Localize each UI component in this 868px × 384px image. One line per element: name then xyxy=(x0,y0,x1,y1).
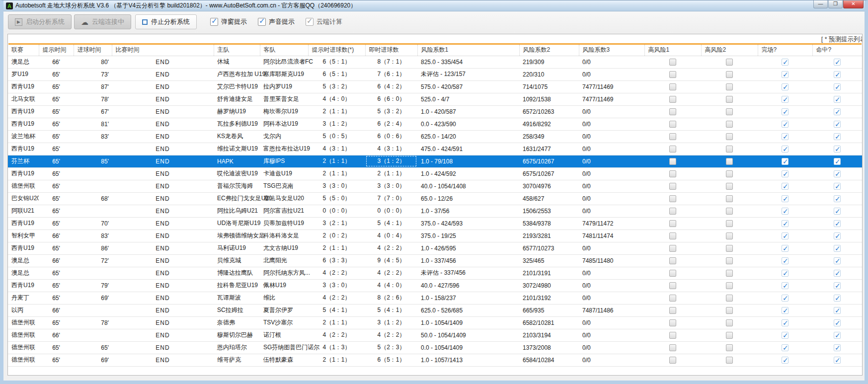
table-row[interactable]: 丹麦丁65'69'END瓦谭斯波维比4（2：2）8（2：6）1.0 - 158/… xyxy=(8,292,862,304)
finished-checkbox[interactable]: ✓ xyxy=(782,108,789,115)
table-row[interactable]: 澳足总66'80'END休城阿尔比昂流浪者FC6（5：1）8（7：1）825.0… xyxy=(8,56,862,68)
finished-checkbox[interactable]: ✓ xyxy=(782,220,789,227)
col-header-high_risk1[interactable]: 高风险1 xyxy=(644,45,701,56)
high-risk2-checkbox[interactable] xyxy=(726,270,733,277)
hit-checkbox[interactable]: ✓ xyxy=(834,295,841,302)
title-bar[interactable]: A Autobetsoft 走地大球分析系统 V3.6 （基于V4云分析引擎 b… xyxy=(3,0,865,11)
table-row[interactable]: 澳足总66'72'END贝维克城北鹰阳光6（3：3）9（4：5）1.0 - 33… xyxy=(8,254,862,267)
col-header-match_time[interactable]: 比赛时间 xyxy=(112,45,214,56)
table-row[interactable]: 以丙66'ENDSC拉姆拉夏普尔伊罗5（4：1）5（4：1）625.0 - 52… xyxy=(8,304,862,316)
hit-checkbox[interactable]: ✓ xyxy=(834,96,841,103)
high-risk2-checkbox[interactable] xyxy=(726,245,733,252)
high-risk2-checkbox[interactable] xyxy=(726,59,733,66)
high-risk1-checkbox[interactable] xyxy=(669,319,676,326)
high-risk2-checkbox[interactable] xyxy=(726,146,733,153)
hit-checkbox[interactable]: ✓ xyxy=(834,245,841,252)
col-header-risk2[interactable]: 风险系数2 xyxy=(519,45,579,56)
finished-checkbox[interactable]: ✓ xyxy=(782,133,789,140)
high-risk2-checkbox[interactable] xyxy=(726,282,733,289)
high-risk2-checkbox[interactable] xyxy=(726,170,733,177)
high-risk2-checkbox[interactable] xyxy=(726,83,733,90)
hit-checkbox[interactable]: ✓ xyxy=(834,146,841,153)
high-risk1-checkbox[interactable] xyxy=(669,83,676,90)
col-header-hit[interactable]: 命中? xyxy=(812,45,862,56)
hit-checkbox[interactable]: ✓ xyxy=(834,357,841,364)
hit-checkbox[interactable]: ✓ xyxy=(834,270,841,277)
high-risk1-checkbox[interactable] xyxy=(669,232,676,239)
high-risk1-checkbox[interactable] xyxy=(669,270,676,277)
high-risk2-checkbox[interactable] xyxy=(726,208,733,215)
high-risk1-checkbox[interactable] xyxy=(669,59,676,66)
high-risk2-checkbox[interactable] xyxy=(726,357,733,364)
finished-checkbox[interactable]: ✓ xyxy=(782,270,789,277)
col-header-finished[interactable]: 完场? xyxy=(758,45,812,56)
finished-checkbox[interactable]: ✓ xyxy=(782,208,789,215)
hit-checkbox[interactable]: ✓ xyxy=(834,133,841,140)
hit-checkbox[interactable]: ✓ xyxy=(834,332,841,339)
table-row[interactable]: 德堡州联65'78'END奈德弗TSV沙塞尔2（1：1）3（1：2）1.0 - … xyxy=(8,316,862,329)
close-button[interactable]: ✕ xyxy=(843,0,864,8)
high-risk2-checkbox[interactable] xyxy=(726,220,733,227)
hit-checkbox[interactable]: ✓ xyxy=(834,232,841,239)
stop-analysis-button[interactable]: 停止分析系统 xyxy=(135,14,197,29)
col-header-league[interactable]: 联赛 xyxy=(8,45,39,56)
high-risk1-checkbox[interactable] xyxy=(669,158,676,165)
col-header-home[interactable]: 主队 xyxy=(214,45,260,56)
high-risk1-checkbox[interactable] xyxy=(669,344,676,351)
high-risk1-checkbox[interactable] xyxy=(669,208,676,215)
table-row[interactable]: 德堡州联66'END穆斯切尔巴赫诺汀根4（2：2）4（2：2）50.0 - 10… xyxy=(8,329,862,341)
high-risk1-checkbox[interactable] xyxy=(669,307,676,314)
table-row[interactable]: 德堡州联65'END普福尔茨海姆TSG巴克南3（3：0）3（3：0）40.0 -… xyxy=(8,180,862,192)
hit-checkbox[interactable]: ✓ xyxy=(834,257,841,264)
finished-checkbox[interactable]: ✓ xyxy=(782,344,789,351)
hit-checkbox[interactable]: ✓ xyxy=(834,307,841,314)
high-risk2-checkbox[interactable] xyxy=(726,332,733,339)
finished-checkbox[interactable]: ✓ xyxy=(782,295,789,302)
high-risk1-checkbox[interactable] xyxy=(669,357,676,364)
col-header-alert_time[interactable]: 提示时间 xyxy=(39,45,74,56)
table-row[interactable]: 波兰地杯65'83'ENDKS龙卷风戈尔内5（0：5）6（0：6）625.0 -… xyxy=(8,130,862,143)
high-risk2-checkbox[interactable] xyxy=(726,195,733,202)
finished-checkbox[interactable]: ✓ xyxy=(782,257,789,264)
finished-checkbox[interactable]: ✓ xyxy=(782,245,789,252)
high-risk1-checkbox[interactable] xyxy=(669,183,676,190)
high-risk1-checkbox[interactable] xyxy=(669,146,676,153)
table-row[interactable]: 西青U1965'87'END艾尔巴卡特U19拉内罗U195（3：2）6（4：2）… xyxy=(8,80,862,93)
table-row[interactable]: 智利女甲66'83'END埃弗顿德维纳女足科洛科洛女足2（0：2）4（0：4）3… xyxy=(8,230,862,242)
table-row[interactable]: 阿联U2165'END阿拉比乌姆U21阿尔富吉拉U210（0：0）0（0：0）1… xyxy=(8,205,862,217)
finished-checkbox[interactable]: ✓ xyxy=(782,307,789,314)
col-header-risk3[interactable]: 风险系数3 xyxy=(579,45,644,56)
high-risk1-checkbox[interactable] xyxy=(669,108,676,115)
col-header-away[interactable]: 客队 xyxy=(260,45,308,56)
high-risk1-checkbox[interactable] xyxy=(669,121,676,128)
table-row[interactable]: 澳足总65'END博隆达拉鹰队阿尔托纳东方凤...4（2：2）4（2：2）未评估… xyxy=(8,267,862,279)
finished-checkbox[interactable]: ✓ xyxy=(782,96,789,103)
finished-checkbox[interactable]: ✓ xyxy=(782,319,789,326)
high-risk2-checkbox[interactable] xyxy=(726,183,733,190)
table-row[interactable]: 芬兰杯65'85'ENDHAPK库穆IPS2（1：1）3（1：2）1.0 - 7… xyxy=(8,155,862,167)
sound-alert-checkbox[interactable]: ✓ 声音提示 xyxy=(258,17,295,26)
high-risk1-checkbox[interactable] xyxy=(669,332,676,339)
finished-checkbox[interactable]: ✓ xyxy=(782,59,789,66)
high-risk2-checkbox[interactable] xyxy=(726,295,733,302)
hit-checkbox[interactable]: ✓ xyxy=(834,83,841,90)
table-row[interactable]: 西青U1965'81'END瓦拉多利德U19阿科本达U193（1：2）6（2：4… xyxy=(8,118,862,130)
table-row[interactable]: 罗U1965'73'END卢西恩布拉加 U19塞库耶斯克U196（5：1）7（6… xyxy=(8,68,862,80)
table-row[interactable]: 西青U1965'67'END赫罗纳U19梅坎蒂尔U192（1：1）5（3：2）1… xyxy=(8,105,862,118)
finished-checkbox[interactable]: ✓ xyxy=(782,332,789,339)
high-risk2-checkbox[interactable] xyxy=(726,108,733,115)
high-risk1-checkbox[interactable] xyxy=(669,257,676,264)
table-row[interactable]: 西青U1965'86'END马利诺U19尤文古纳U192（1：1）4（2：2）1… xyxy=(8,242,862,254)
high-risk1-checkbox[interactable] xyxy=(669,133,676,140)
table-row[interactable]: 德堡州联65'65'END恩内珀塔尔SG芬纳图普巴门诺尔4（1：3）5（2：3）… xyxy=(8,341,862,354)
high-risk2-checkbox[interactable] xyxy=(726,307,733,314)
minimize-button[interactable]: — xyxy=(813,0,828,8)
hit-checkbox[interactable]: ✓ xyxy=(834,344,841,351)
col-header-alert_goals[interactable]: 提示时进球数(*) xyxy=(308,45,365,56)
table-row[interactable]: 北马女联65'78'END舒肯迪捷女足普里莱普女足4（4：0）6（6：0）525… xyxy=(8,93,862,105)
high-risk1-checkbox[interactable] xyxy=(669,71,676,78)
hit-checkbox[interactable]: ✓ xyxy=(834,59,841,66)
high-risk1-checkbox[interactable] xyxy=(669,282,676,289)
finished-checkbox[interactable]: ✓ xyxy=(782,83,789,90)
finished-checkbox[interactable]: ✓ xyxy=(782,232,789,239)
